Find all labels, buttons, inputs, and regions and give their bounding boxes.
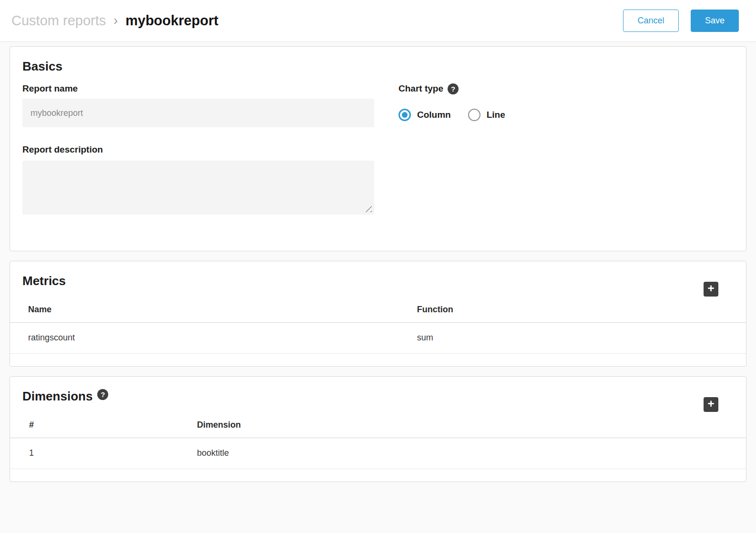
metric-function-cell: sum <box>417 323 746 354</box>
chart-type-label: Chart type <box>398 83 443 94</box>
metric-name-cell: ratingscount <box>10 323 417 354</box>
chart-type-options: Column Line <box>398 109 505 121</box>
dimension-name-cell: booktitle <box>197 438 746 469</box>
dimension-index-cell: 1 <box>10 438 197 469</box>
radio-line-icon[interactable] <box>468 109 480 121</box>
chart-type-option-line[interactable]: Line <box>468 109 505 121</box>
dimensions-col-dimension: Dimension <box>197 415 746 438</box>
radio-column-icon[interactable] <box>398 109 411 121</box>
breadcrumb-current: mybookreport <box>125 13 218 29</box>
save-button[interactable]: Save <box>691 10 739 32</box>
metrics-col-name: Name <box>10 300 417 323</box>
table-row[interactable]: 1 booktitle <box>10 438 746 469</box>
dimensions-card: Dimensions ? + # Dimension 1 booktitle <box>10 376 746 482</box>
metrics-header-row: Name Function <box>10 300 746 323</box>
report-description-textarea[interactable] <box>22 161 374 215</box>
radio-column-label: Column <box>417 110 451 120</box>
breadcrumb: Custom reports › mybookreport <box>11 13 623 29</box>
report-name-label: Report name <box>22 83 374 94</box>
dimensions-help-icon[interactable]: ? <box>97 389 108 400</box>
report-name-input[interactable] <box>22 99 374 127</box>
chevron-right-icon: › <box>113 13 118 28</box>
cancel-button[interactable]: Cancel <box>623 10 679 32</box>
table-row[interactable]: ratingscount sum <box>10 323 746 354</box>
dimensions-col-index: # <box>10 415 197 438</box>
radio-line-label: Line <box>487 110 505 120</box>
dimensions-table: # Dimension 1 booktitle <box>10 415 746 469</box>
chart-type-option-column[interactable]: Column <box>398 109 451 121</box>
chart-type-label-row: Chart type ? <box>398 83 505 94</box>
top-bar: Custom reports › mybookreport Cancel Sav… <box>0 0 756 42</box>
metrics-table: Name Function ratingscount sum <box>10 300 746 354</box>
basics-card: Basics Report name Report description Ch… <box>10 46 746 251</box>
basics-title: Basics <box>22 59 734 74</box>
add-metric-button[interactable]: + <box>704 282 718 297</box>
breadcrumb-parent-link[interactable]: Custom reports <box>11 13 106 29</box>
chart-type-help-icon[interactable]: ? <box>448 83 459 94</box>
dimensions-header-row: # Dimension <box>10 415 746 438</box>
metrics-card: Metrics + Name Function ratingscount sum <box>10 261 746 367</box>
add-dimension-button[interactable]: + <box>704 397 718 412</box>
metrics-title: Metrics <box>22 274 734 288</box>
dimensions-title: Dimensions <box>22 389 92 404</box>
report-description-label: Report description <box>22 144 374 155</box>
metrics-col-function: Function <box>417 300 746 323</box>
